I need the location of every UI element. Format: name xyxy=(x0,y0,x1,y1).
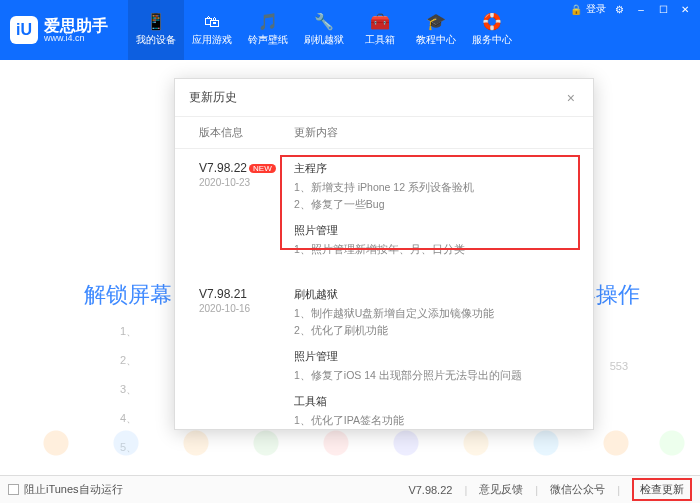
logo-subtitle: www.i4.cn xyxy=(44,34,108,43)
nav-label: 工具箱 xyxy=(365,33,395,47)
notes-line: 2、修复了一些Bug xyxy=(294,196,569,213)
notes-title: 照片管理 xyxy=(294,223,569,238)
maximize-button[interactable]: ☐ xyxy=(654,4,672,15)
update-history-modal: 更新历史 × 版本信息 更新内容 V7.98.22NEW2020-10-23主程… xyxy=(174,78,594,430)
entry-notes-col: 刷机越狱1、制作越狱U盘新增自定义添加镜像功能2、优化了刷机功能照片管理1、修复… xyxy=(294,287,569,429)
nav-label: 应用游戏 xyxy=(192,33,232,47)
entry-version-col: V7.98.22NEW2020-10-23 xyxy=(199,161,294,267)
nav-label: 我的设备 xyxy=(136,33,176,47)
logo-icon: iU xyxy=(10,16,38,44)
divider: | xyxy=(535,484,538,496)
notes-line: 2、优化了刷机功能 xyxy=(294,322,569,339)
update-entry: V7.98.212020-10-16刷机越狱1、制作越狱U盘新增自定义添加镜像功… xyxy=(175,275,593,429)
footer-right: V7.98.22 | 意见反馈 | 微信公众号 | 检查更新 xyxy=(408,478,692,501)
nav-item[interactable]: 🧰工具箱 xyxy=(352,0,408,60)
divider: | xyxy=(464,484,467,496)
nav-item[interactable]: 🎵铃声壁纸 xyxy=(240,0,296,60)
notes-title: 工具箱 xyxy=(294,394,569,409)
nav-icon: 🎵 xyxy=(258,14,278,30)
nav-icon: 🔧 xyxy=(314,14,334,30)
entry-version-col: V7.98.212020-10-16 xyxy=(199,287,294,429)
footer-left: 阻止iTunes自动运行 xyxy=(8,482,123,497)
entry-notes-col: 主程序1、新增支持 iPhone 12 系列设备验机2、修复了一些Bug照片管理… xyxy=(294,161,569,267)
nav-icon: 🛟 xyxy=(482,14,502,30)
nav-item[interactable]: 🔧刷机越狱 xyxy=(296,0,352,60)
nav-item[interactable]: 🛍应用游戏 xyxy=(184,0,240,60)
app-header: iU 爱思助手 www.i4.cn 📱我的设备🛍应用游戏🎵铃声壁纸🔧刷机越狱🧰工… xyxy=(0,0,700,60)
lock-icon[interactable]: 🔒 xyxy=(570,4,582,15)
notes-line: 1、修复了iOS 14 出现部分照片无法导出的问题 xyxy=(294,367,569,384)
nav-icon: 🛍 xyxy=(204,14,220,30)
notes-block: 照片管理1、照片管理新增按年、月、日分类 xyxy=(294,223,569,258)
block-itunes-checkbox[interactable] xyxy=(8,484,19,495)
nav-icon: 🧰 xyxy=(370,14,390,30)
app-logo: iU 爱思助手 www.i4.cn xyxy=(10,16,108,44)
notes-line: 1、新增支持 iPhone 12 系列设备验机 xyxy=(294,179,569,196)
nav-item[interactable]: 📱我的设备 xyxy=(128,0,184,60)
entry-date: 2020-10-23 xyxy=(199,177,294,188)
minimize-button[interactable]: – xyxy=(632,4,650,15)
block-itunes-label: 阻止iTunes自动运行 xyxy=(24,482,123,497)
modal-title: 更新历史 xyxy=(189,89,237,106)
footer-version: V7.98.22 xyxy=(408,484,452,496)
status-bar: 阻止iTunes自动运行 V7.98.22 | 意见反馈 | 微信公众号 | 检… xyxy=(0,475,700,503)
modal-header: 更新历史 × xyxy=(175,79,593,117)
wechat-link[interactable]: 微信公众号 xyxy=(550,482,605,497)
check-update-button[interactable]: 检查更新 xyxy=(632,478,692,501)
login-link[interactable]: 登录 xyxy=(586,2,606,16)
modal-column-headers: 版本信息 更新内容 xyxy=(175,117,593,149)
new-badge: NEW xyxy=(249,164,276,173)
notes-title: 刷机越狱 xyxy=(294,287,569,302)
modal-close-button[interactable]: × xyxy=(563,90,579,106)
window-controls: 🔒 登录 ⚙ – ☐ ✕ xyxy=(570,2,694,16)
notes-line: 1、制作越狱U盘新增自定义添加镜像功能 xyxy=(294,305,569,322)
col-version-header: 版本信息 xyxy=(199,125,294,140)
entry-date: 2020-10-16 xyxy=(199,303,294,314)
notes-block: 主程序1、新增支持 iPhone 12 系列设备验机2、修复了一些Bug xyxy=(294,161,569,213)
modal-body: V7.98.22NEW2020-10-23主程序1、新增支持 iPhone 12… xyxy=(175,149,593,429)
nav-item[interactable]: 🎓教程中心 xyxy=(408,0,464,60)
nav-label: 教程中心 xyxy=(416,33,456,47)
notes-block: 工具箱1、优化了IPA签名功能 xyxy=(294,394,569,429)
close-button[interactable]: ✕ xyxy=(676,4,694,15)
divider: | xyxy=(617,484,620,496)
nav-item[interactable]: 🛟服务中心 xyxy=(464,0,520,60)
feedback-link[interactable]: 意见反馈 xyxy=(479,482,523,497)
notes-block: 照片管理1、修复了iOS 14 出现部分照片无法导出的问题 xyxy=(294,349,569,384)
entry-version: V7.98.22NEW xyxy=(199,161,294,175)
notes-title: 照片管理 xyxy=(294,349,569,364)
nav-label: 刷机越狱 xyxy=(304,33,344,47)
entry-version: V7.98.21 xyxy=(199,287,294,301)
nav-icon: 📱 xyxy=(146,14,166,30)
notes-line: 1、优化了IPA签名功能 xyxy=(294,412,569,429)
main-nav: 📱我的设备🛍应用游戏🎵铃声壁纸🔧刷机越狱🧰工具箱🎓教程中心🛟服务中心 xyxy=(128,0,520,60)
notes-title: 主程序 xyxy=(294,161,569,176)
nav-icon: 🎓 xyxy=(426,14,446,30)
notes-block: 刷机越狱1、制作越狱U盘新增自定义添加镜像功能2、优化了刷机功能 xyxy=(294,287,569,339)
nav-label: 铃声壁纸 xyxy=(248,33,288,47)
col-notes-header: 更新内容 xyxy=(294,125,338,140)
update-entry: V7.98.22NEW2020-10-23主程序1、新增支持 iPhone 12… xyxy=(175,149,593,275)
settings-icon[interactable]: ⚙ xyxy=(610,4,628,15)
logo-title: 爱思助手 xyxy=(44,18,108,34)
nav-label: 服务中心 xyxy=(472,33,512,47)
notes-line: 1、照片管理新增按年、月、日分类 xyxy=(294,241,569,258)
